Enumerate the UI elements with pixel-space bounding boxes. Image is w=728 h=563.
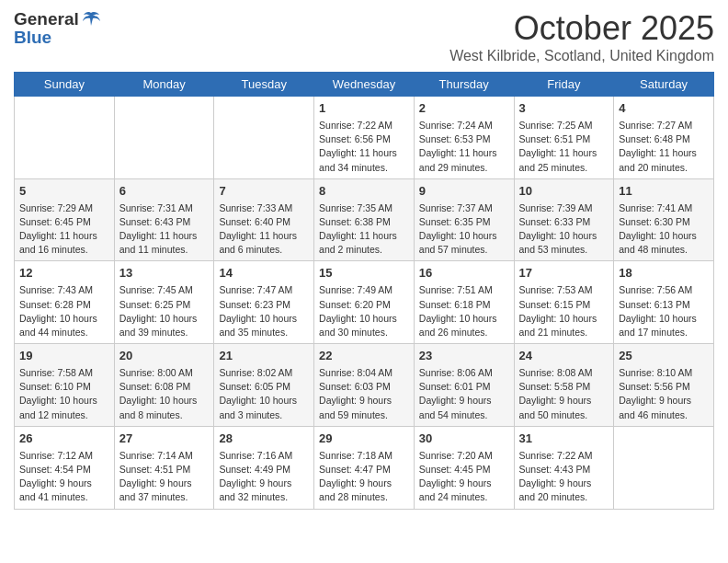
day-number: 2 — [419, 100, 509, 118]
col-saturday: Saturday — [614, 73, 714, 97]
day-info: Sunset: 4:49 PM — [219, 463, 309, 477]
day-info: Sunset: 6:48 PM — [619, 132, 709, 146]
day-info: Sunset: 6:18 PM — [419, 298, 509, 312]
day-info: Sunrise: 8:02 AM — [219, 366, 309, 380]
day-info: Sunrise: 8:04 AM — [319, 366, 409, 380]
day-info: Sunrise: 7:41 AM — [619, 201, 709, 215]
day-number: 5 — [19, 183, 109, 201]
day-info: Sunrise: 7:22 AM — [319, 119, 409, 132]
day-info: Sunset: 6:15 PM — [519, 298, 609, 312]
day-info: Sunrise: 7:47 AM — [219, 283, 309, 297]
calendar-cell — [114, 97, 214, 179]
calendar-cell: 1Sunrise: 7:22 AMSunset: 6:56 PMDaylight… — [314, 97, 415, 179]
day-info: Sunset: 6:56 PM — [319, 132, 409, 146]
day-info: Sunset: 6:28 PM — [19, 298, 109, 312]
day-info: Sunset: 4:45 PM — [419, 463, 509, 477]
day-number: 8 — [319, 183, 409, 201]
day-info: Daylight: 10 hours and 44 minutes. — [19, 312, 109, 339]
day-info: Daylight: 10 hours and 17 minutes. — [619, 312, 709, 339]
day-number: 1 — [319, 100, 409, 118]
calendar-cell: 26Sunrise: 7:12 AMSunset: 4:54 PMDayligh… — [15, 426, 115, 509]
day-number: 6 — [119, 183, 210, 201]
day-number: 13 — [119, 265, 210, 282]
calendar-cell: 13Sunrise: 7:45 AMSunset: 6:25 PMDayligh… — [114, 261, 214, 344]
day-info: Daylight: 10 hours and 30 minutes. — [319, 312, 409, 339]
title-block: October 2025 West Kilbride, Scotland, Un… — [449, 9, 714, 64]
day-info: Sunset: 6:30 PM — [619, 215, 709, 229]
calendar-cell: 29Sunrise: 7:18 AMSunset: 4:47 PMDayligh… — [314, 426, 415, 509]
day-info: Sunrise: 7:37 AM — [419, 201, 509, 215]
calendar-cell: 23Sunrise: 8:06 AMSunset: 6:01 PMDayligh… — [414, 344, 514, 427]
day-info: Sunrise: 7:20 AM — [419, 449, 509, 463]
day-info: Sunrise: 7:58 AM — [19, 366, 109, 380]
logo-text: General Blue — [14, 9, 101, 49]
day-number: 17 — [519, 265, 609, 282]
day-info: Sunrise: 7:51 AM — [419, 283, 509, 297]
day-info: Daylight: 10 hours and 35 minutes. — [219, 312, 309, 339]
calendar-week-2: 5Sunrise: 7:29 AMSunset: 6:45 PMDaylight… — [15, 178, 714, 261]
day-info: Sunrise: 7:16 AM — [219, 449, 309, 463]
day-info: Sunset: 4:51 PM — [119, 463, 210, 477]
day-info: Sunrise: 7:56 AM — [619, 283, 709, 297]
calendar-cell: 19Sunrise: 7:58 AMSunset: 6:10 PMDayligh… — [15, 344, 115, 427]
calendar-cell: 3Sunrise: 7:25 AMSunset: 6:51 PMDaylight… — [514, 97, 614, 179]
day-number: 26 — [19, 431, 109, 448]
day-info: Sunset: 5:58 PM — [519, 380, 609, 394]
day-info: Sunset: 6:08 PM — [119, 380, 210, 394]
calendar-cell: 14Sunrise: 7:47 AMSunset: 6:23 PMDayligh… — [214, 261, 314, 344]
month-title: October 2025 — [449, 9, 714, 48]
day-info: Daylight: 10 hours and 21 minutes. — [519, 312, 609, 339]
day-number: 24 — [519, 348, 609, 365]
day-info: Daylight: 10 hours and 26 minutes. — [419, 312, 509, 339]
calendar-cell: 11Sunrise: 7:41 AMSunset: 6:30 PMDayligh… — [614, 178, 714, 261]
day-info: Daylight: 9 hours and 46 minutes. — [619, 394, 709, 421]
calendar-week-5: 26Sunrise: 7:12 AMSunset: 4:54 PMDayligh… — [15, 426, 714, 509]
location: West Kilbride, Scotland, United Kingdom — [449, 48, 714, 64]
day-number: 14 — [219, 265, 309, 282]
calendar-week-3: 12Sunrise: 7:43 AMSunset: 6:28 PMDayligh… — [15, 261, 714, 344]
calendar-cell: 6Sunrise: 7:31 AMSunset: 6:43 PMDaylight… — [114, 178, 214, 261]
day-info: Sunset: 4:54 PM — [19, 463, 109, 477]
calendar-cell: 7Sunrise: 7:33 AMSunset: 6:40 PMDaylight… — [214, 178, 314, 261]
day-number: 20 — [119, 348, 210, 365]
calendar-cell: 17Sunrise: 7:53 AMSunset: 6:15 PMDayligh… — [514, 261, 614, 344]
day-info: Sunrise: 7:18 AM — [319, 449, 409, 463]
day-info: Daylight: 9 hours and 59 minutes. — [319, 394, 409, 421]
day-number: 29 — [319, 431, 409, 448]
col-thursday: Thursday — [414, 73, 514, 97]
day-info: Sunrise: 8:00 AM — [119, 366, 210, 380]
calendar-cell: 18Sunrise: 7:56 AMSunset: 6:13 PMDayligh… — [614, 261, 714, 344]
day-info: Sunrise: 7:31 AM — [119, 201, 210, 215]
calendar-cell — [214, 97, 314, 179]
col-tuesday: Tuesday — [214, 73, 314, 97]
day-info: Sunrise: 7:12 AM — [19, 449, 109, 463]
day-info: Sunrise: 7:35 AM — [319, 201, 409, 215]
calendar-cell: 16Sunrise: 7:51 AMSunset: 6:18 PMDayligh… — [414, 261, 514, 344]
calendar-cell: 9Sunrise: 7:37 AMSunset: 6:35 PMDaylight… — [414, 178, 514, 261]
day-info: Sunset: 6:35 PM — [419, 215, 509, 229]
day-info: Sunset: 4:47 PM — [319, 463, 409, 477]
header-row: Sunday Monday Tuesday Wednesday Thursday… — [15, 73, 714, 97]
day-info: Sunrise: 7:25 AM — [519, 119, 609, 132]
day-info: Daylight: 11 hours and 34 minutes. — [319, 146, 409, 174]
day-info: Sunset: 5:56 PM — [619, 380, 709, 394]
day-info: Sunrise: 7:33 AM — [219, 201, 309, 215]
day-info: Daylight: 10 hours and 12 minutes. — [19, 394, 109, 421]
calendar-cell: 5Sunrise: 7:29 AMSunset: 6:45 PMDaylight… — [15, 178, 115, 261]
header: General Blue October 2025 West Kilbride,… — [14, 9, 714, 64]
day-info: Sunrise: 7:53 AM — [519, 283, 609, 297]
day-info: Sunset: 6:51 PM — [519, 132, 609, 146]
day-info: Daylight: 10 hours and 3 minutes. — [219, 394, 309, 421]
day-info: Sunset: 6:45 PM — [19, 215, 109, 229]
day-number: 7 — [219, 183, 309, 201]
day-info: Sunset: 6:10 PM — [19, 380, 109, 394]
day-info: Daylight: 10 hours and 48 minutes. — [619, 229, 709, 257]
calendar-cell: 10Sunrise: 7:39 AMSunset: 6:33 PMDayligh… — [514, 178, 614, 261]
day-info: Sunrise: 7:27 AM — [619, 119, 709, 132]
calendar-table: Sunday Monday Tuesday Wednesday Thursday… — [14, 72, 714, 510]
day-number: 18 — [619, 265, 709, 282]
day-number: 31 — [519, 431, 609, 448]
calendar-cell: 25Sunrise: 8:10 AMSunset: 5:56 PMDayligh… — [614, 344, 714, 427]
day-info: Daylight: 9 hours and 54 minutes. — [419, 394, 509, 421]
day-info: Sunset: 6:33 PM — [519, 215, 609, 229]
